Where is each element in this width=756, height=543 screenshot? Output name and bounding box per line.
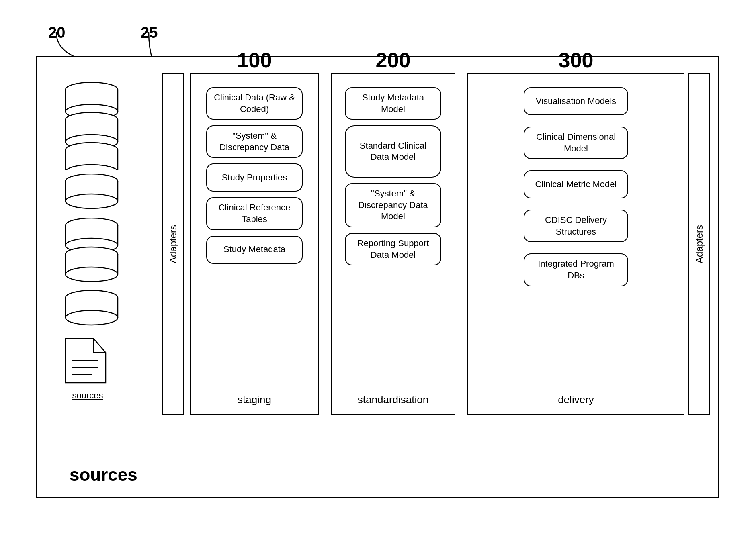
staging-footer: staging bbox=[191, 394, 318, 406]
section-delivery: 300 Visualisation Models Clinical Dimens… bbox=[467, 73, 684, 415]
db-group-4 bbox=[61, 290, 122, 328]
staging-item-3: Study Properties bbox=[206, 163, 303, 192]
std-item-3: "System" & Discrepancy Data Model bbox=[345, 183, 441, 227]
standardisation-footer: standardisation bbox=[332, 394, 455, 406]
section-300-number: 300 bbox=[468, 48, 684, 72]
delivery-item-3: Clinical Metric Model bbox=[524, 170, 628, 198]
file-sources-label: sources bbox=[61, 390, 114, 401]
db-group-1 bbox=[61, 82, 122, 171]
staging-item-5: Study Metadata bbox=[206, 236, 303, 264]
adapters-right-bar: Adapters bbox=[688, 73, 710, 415]
database-area: sources bbox=[53, 73, 150, 435]
delivery-items: Visualisation Models Clinical Dimensiona… bbox=[468, 74, 684, 292]
section-standardisation: 200 Study Metadata Model Standard Clinic… bbox=[331, 73, 455, 415]
std-item-4: Reporting Support Data Model bbox=[345, 233, 441, 265]
db-single-2 bbox=[61, 290, 122, 327]
std-item-2: Standard Clinical Data Model bbox=[345, 125, 441, 178]
svg-point-19 bbox=[66, 194, 118, 208]
db-stack-3 bbox=[61, 82, 122, 170]
delivery-item-5: Integrated Program DBs bbox=[524, 253, 628, 286]
svg-point-34 bbox=[66, 310, 118, 325]
delivery-footer: delivery bbox=[468, 394, 684, 406]
label-20: 20 bbox=[48, 24, 65, 41]
delivery-item-2: Clinical Dimensional Model bbox=[524, 127, 628, 159]
adapters-left-bar: Adapters bbox=[162, 73, 184, 415]
db-stack-2 bbox=[61, 218, 122, 282]
file-icon bbox=[61, 335, 114, 387]
diagram-container: 20 25 bbox=[24, 24, 731, 526]
adapters-right-label: Adapters bbox=[694, 225, 705, 263]
delivery-item-4: CDISC Delivery Structures bbox=[524, 210, 628, 242]
staging-item-4: Clinical Reference Tables bbox=[206, 197, 303, 230]
standardisation-items: Study Metadata Model Standard Clinical D… bbox=[332, 74, 455, 265]
main-border: sources Adapters 100 Clinical Data (Raw … bbox=[36, 56, 719, 498]
std-item-1: Study Metadata Model bbox=[345, 87, 441, 120]
file-sources-area: sources bbox=[61, 335, 114, 401]
label-25: 25 bbox=[141, 24, 158, 41]
staging-item-2: "System" & Discrepancy Data bbox=[206, 125, 303, 158]
adapters-left-label: Adapters bbox=[168, 225, 179, 263]
section-100-number: 100 bbox=[191, 48, 318, 72]
sources-label: sources bbox=[70, 465, 137, 485]
db-group-3 bbox=[61, 218, 122, 284]
delivery-item-1: Visualisation Models bbox=[524, 87, 628, 115]
section-staging: 100 Clinical Data (Raw & Coded) "System"… bbox=[190, 73, 319, 415]
db-group-2 bbox=[61, 174, 122, 212]
section-200-number: 200 bbox=[332, 48, 455, 72]
svg-point-29 bbox=[66, 267, 118, 282]
db-single-1 bbox=[61, 174, 122, 210]
staging-items: Clinical Data (Raw & Coded) "System" & D… bbox=[191, 74, 318, 264]
staging-item-1: Clinical Data (Raw & Coded) bbox=[206, 87, 303, 120]
